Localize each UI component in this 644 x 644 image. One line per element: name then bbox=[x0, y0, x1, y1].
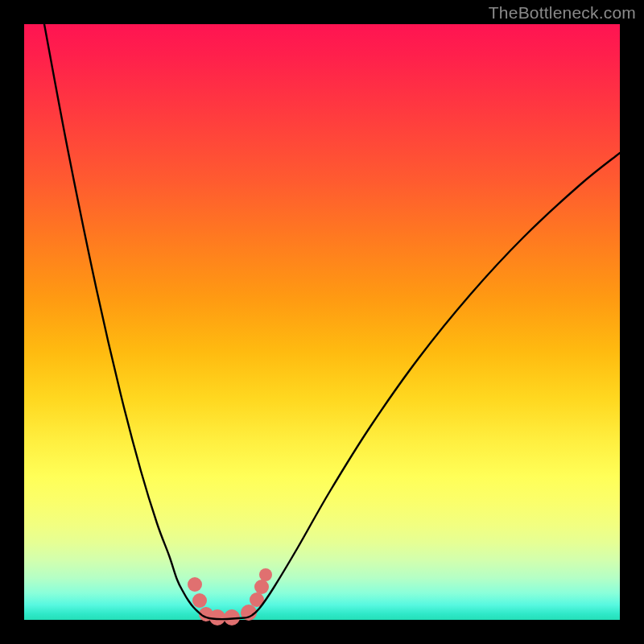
data-marker bbox=[259, 568, 272, 581]
curve-svg bbox=[24, 24, 620, 620]
data-marker bbox=[209, 609, 225, 625]
marker-group bbox=[188, 568, 272, 625]
plot-area bbox=[24, 24, 620, 620]
data-marker bbox=[192, 593, 207, 608]
data-marker bbox=[254, 580, 269, 594]
bottleneck-curve bbox=[44, 24, 620, 619]
data-marker bbox=[188, 577, 202, 592]
watermark-text: TheBottleneck.com bbox=[489, 3, 636, 23]
chart-stage: TheBottleneck.com bbox=[0, 0, 644, 644]
